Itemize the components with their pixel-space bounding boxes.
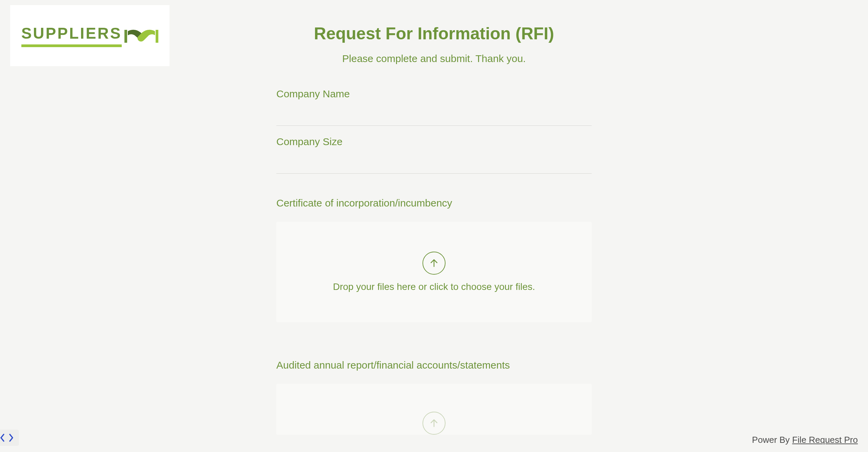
certificate-dropzone[interactable]: Drop your files here or click to choose … bbox=[276, 222, 592, 322]
footer-link[interactable]: File Request Pro bbox=[792, 435, 858, 445]
logo: SUPPLIERS bbox=[21, 24, 159, 47]
footer-prefix: Power By bbox=[752, 435, 792, 445]
company-name-field: Company Name bbox=[276, 88, 592, 126]
company-size-field: Company Size bbox=[276, 136, 592, 174]
svg-rect-0 bbox=[124, 30, 127, 43]
logo-underline bbox=[21, 44, 122, 47]
company-name-input[interactable] bbox=[276, 102, 592, 126]
audited-report-dropzone[interactable] bbox=[276, 384, 592, 435]
certificate-upload-section: Certificate of incorporation/incumbency … bbox=[276, 197, 592, 322]
nav-next-button[interactable] bbox=[7, 432, 16, 444]
svg-rect-1 bbox=[156, 30, 158, 43]
audited-report-upload-label: Audited annual report/financial accounts… bbox=[276, 359, 592, 371]
upload-icon bbox=[422, 252, 446, 275]
certificate-dropzone-text: Drop your files here or click to choose … bbox=[333, 281, 535, 292]
audited-report-upload-section: Audited annual report/financial accounts… bbox=[276, 359, 592, 435]
rfi-form: Request For Information (RFI) Please com… bbox=[276, 24, 592, 435]
handshake-icon bbox=[124, 24, 158, 47]
form-subtitle: Please complete and submit. Thank you. bbox=[276, 53, 592, 64]
company-name-label: Company Name bbox=[276, 88, 592, 100]
nav-tray bbox=[0, 430, 19, 446]
logo-container: SUPPLIERS bbox=[10, 5, 170, 66]
certificate-upload-label: Certificate of incorporation/incumbency bbox=[276, 197, 592, 209]
company-size-input[interactable] bbox=[276, 150, 592, 174]
upload-icon bbox=[422, 412, 446, 435]
form-title: Request For Information (RFI) bbox=[276, 24, 592, 43]
nav-prev-button[interactable] bbox=[0, 432, 7, 444]
footer-credit: Power By File Request Pro bbox=[752, 435, 858, 445]
logo-text: SUPPLIERS bbox=[21, 24, 122, 42]
company-size-label: Company Size bbox=[276, 136, 592, 148]
